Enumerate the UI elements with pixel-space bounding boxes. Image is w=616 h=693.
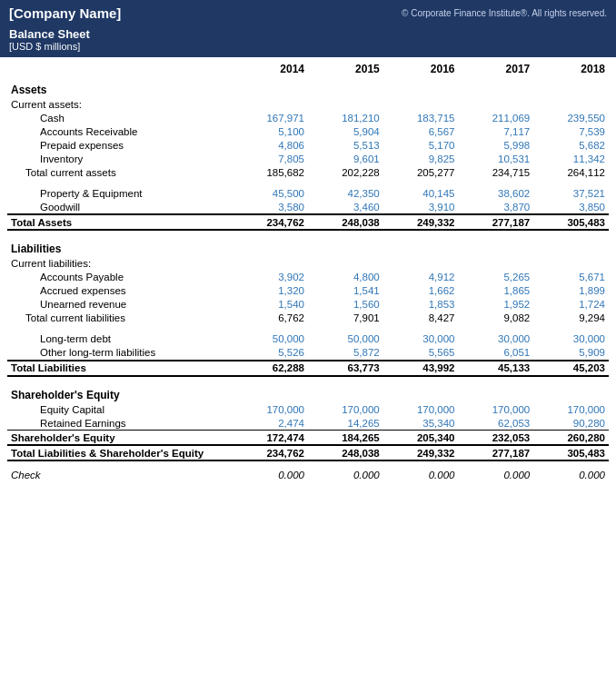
year-header-row: 2014 2015 2016 2017 2018 bbox=[7, 61, 609, 78]
spacer5 bbox=[7, 460, 609, 468]
check-row: Check 0.000 0.000 0.000 0.000 0.000 bbox=[7, 468, 609, 481]
spacer2 bbox=[7, 230, 609, 237]
property-equipment-row: Property & Equipment 45,500 42,350 40,14… bbox=[7, 186, 609, 200]
year-2014: 2014 bbox=[233, 61, 308, 78]
accounts-receivable-row: Accounts Receivable 5,100 5,904 6,567 7,… bbox=[7, 124, 609, 138]
liabilities-title-row: Liabilities bbox=[7, 237, 609, 257]
sheet-title: Balance Sheet bbox=[9, 27, 607, 41]
total-equity-row: Shareholder's Equity 172,474 184,265 205… bbox=[7, 431, 609, 446]
total-current-assets-row: Total current assets 185,682 202,228 205… bbox=[7, 165, 609, 179]
year-2018: 2018 bbox=[533, 61, 609, 78]
current-assets-title-row: Current assets: bbox=[7, 97, 609, 111]
current-liabilities-title-row: Current liabilities: bbox=[7, 257, 609, 271]
spacer3 bbox=[7, 325, 609, 332]
currency-note: [USD $ millions] bbox=[9, 41, 607, 52]
goodwill-row: Goodwill 3,580 3,460 3,910 3,870 3,850 bbox=[7, 200, 609, 214]
cash-row: Cash 167,971 181,210 183,715 211,069 239… bbox=[7, 111, 609, 124]
prepaid-expenses-row: Prepaid expenses 4,806 5,513 5,170 5,998… bbox=[7, 138, 609, 152]
year-2015: 2015 bbox=[308, 61, 383, 78]
total-assets-row: Total Assets 234,762 248,038 249,332 277… bbox=[7, 214, 609, 230]
sub-header: Balance Sheet [USD $ millions] bbox=[0, 26, 616, 57]
equity-title-row: Shareholder's Equity bbox=[7, 383, 609, 403]
accrued-expenses-row: Accrued expenses 1,320 1,541 1,662 1,865… bbox=[7, 284, 609, 298]
accounts-payable-row: Accounts Payable 3,902 4,800 4,912 5,265… bbox=[7, 271, 609, 284]
assets-title-row: Assets bbox=[7, 78, 609, 98]
total-liabilities-equity-row: Total Liabilities & Shareholder's Equity… bbox=[7, 445, 609, 460]
spacer4 bbox=[7, 376, 609, 383]
year-2016: 2016 bbox=[383, 61, 459, 78]
company-name: [Company Name] bbox=[9, 5, 121, 21]
copyright: © Corporate Finance Institute®. All righ… bbox=[402, 8, 607, 18]
header-bar: [Company Name] © Corporate Finance Insti… bbox=[0, 0, 616, 26]
equity-capital-row: Equity Capital 170,000 170,000 170,000 1… bbox=[7, 402, 609, 416]
unearned-revenue-row: Unearned revenue 1,540 1,560 1,853 1,952… bbox=[7, 298, 609, 312]
long-term-debt-row: Long-term debt 50,000 50,000 30,000 30,0… bbox=[7, 332, 609, 346]
balance-sheet-content: 2014 2015 2016 2017 2018 Assets Current … bbox=[0, 57, 616, 489]
year-2017: 2017 bbox=[459, 61, 534, 78]
other-long-term-liabilities-row: Other long-term liabilities 5,526 5,872 … bbox=[7, 346, 609, 361]
retained-earnings-row: Retained Earnings 2,474 14,265 35,340 62… bbox=[7, 416, 609, 431]
balance-sheet-table: 2014 2015 2016 2017 2018 Assets Current … bbox=[7, 61, 609, 481]
total-liabilities-row: Total Liabilities 62,288 63,773 43,992 4… bbox=[7, 361, 609, 376]
total-current-liabilities-row: Total current liabilities 6,762 7,901 8,… bbox=[7, 312, 609, 325]
inventory-row: Inventory 7,805 9,601 9,825 10,531 11,34… bbox=[7, 152, 609, 165]
spacer1 bbox=[7, 179, 609, 186]
